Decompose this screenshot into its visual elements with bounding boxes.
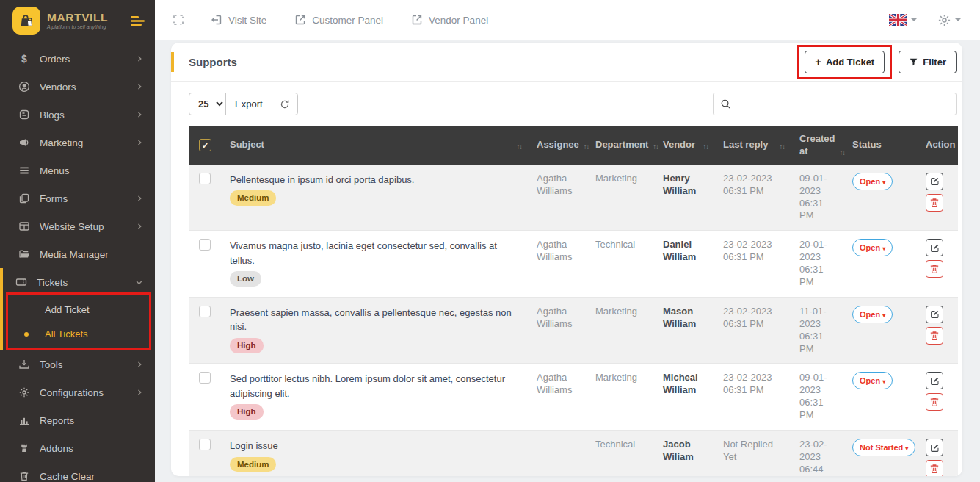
chevron-right-icon (136, 361, 143, 368)
select-all-checkbox[interactable]: ✓ (199, 139, 211, 151)
caret-down-icon: ▾ (882, 378, 885, 385)
column-header-vendor[interactable]: Vendor↑↓ (656, 126, 716, 165)
column-label: Vendor (663, 139, 695, 151)
bar-chart-icon (18, 414, 30, 426)
status-dropdown-button[interactable]: Open▾ (852, 372, 893, 389)
sidebar-subitem-all-tickets[interactable]: All Tickets (3, 322, 155, 346)
sidebar-item-media-manager[interactable]: Media Manager (3, 240, 155, 268)
sidebar-item-tools[interactable]: Tools (3, 350, 155, 378)
table-wrap: ✓Subject↑↓Assignee↑↓Department↑↓Vendor↑↓… (171, 126, 962, 476)
fullscreen-icon[interactable] (173, 14, 184, 26)
export-button[interactable]: Export (225, 93, 272, 115)
column-header-assignee[interactable]: Assignee↑↓ (529, 126, 588, 165)
topbar-link-customer-panel[interactable]: Customer Panel (294, 14, 383, 26)
sidebar-item-menus[interactable]: Menus (3, 157, 155, 184)
row-checkbox[interactable] (199, 173, 211, 184)
chevron-right-icon (136, 83, 143, 90)
sidebar-item-vendors[interactable]: Vendors (3, 73, 155, 101)
sort-icon[interactable]: ↑↓ (775, 143, 785, 151)
sidebar-item-orders[interactable]: $Orders (3, 45, 155, 73)
sidebar-item-label: Tickets (37, 277, 68, 288)
ticket-last-reply: 23-02-2023 06:31 PM (716, 231, 792, 298)
row-checkbox[interactable] (199, 439, 211, 450)
sidebar-item-configurations[interactable]: Configurations (3, 378, 155, 406)
sidebar-item-marketing[interactable]: Marketing (3, 129, 155, 157)
edit-ticket-button[interactable] (926, 306, 943, 323)
delete-ticket-button[interactable] (926, 460, 943, 476)
status-dropdown-button[interactable]: Open▾ (852, 306, 893, 323)
sidebar-subitem-add-ticket[interactable]: Add Ticket (3, 298, 155, 322)
sidebar-item-blogs[interactable]: Blogs (3, 101, 155, 129)
ticket-subject[interactable]: Sed porttitor lectus nibh. Lorem ipsum d… (230, 372, 522, 400)
supports-card: Supports + Add Ticket Filte (171, 43, 962, 476)
sidebar-item-tickets[interactable]: Tickets (3, 268, 155, 296)
sidebar-item-addons[interactable]: Addons (3, 434, 155, 462)
column-header-created-at[interactable]: Created at↑↓ (792, 126, 845, 165)
delete-ticket-button[interactable] (926, 393, 943, 411)
delete-ticket-button[interactable] (926, 260, 943, 278)
ticket-row: Praesent sapien massa, convallis a pelle… (189, 297, 958, 364)
page-size-select[interactable]: 25 (189, 93, 226, 115)
filter-button[interactable]: Filter (899, 51, 957, 73)
ticket-subject[interactable]: Login issue (230, 439, 522, 453)
sidebar-item-label: Menus (40, 165, 70, 176)
topbar: Visit SiteCustomer PanelVendor Panel (155, 0, 980, 40)
ticket-assignee: Agatha Williams (529, 165, 588, 231)
settings-menu[interactable] (937, 13, 961, 27)
row-checkbox[interactable] (199, 239, 211, 251)
sort-icon[interactable]: ↑↓ (648, 143, 658, 151)
status-dropdown-button[interactable]: Open▾ (852, 239, 893, 256)
column-label: Subject (230, 139, 264, 151)
topbar-link-label: Customer Panel (312, 15, 383, 26)
topbar-link-label: Vendor Panel (429, 15, 488, 26)
gear-icon (18, 386, 30, 398)
ticket-department: Marketing (588, 364, 656, 431)
brand: MARTVILL A platform to sell anything (0, 0, 155, 42)
blog-icon (18, 109, 30, 120)
priority-badge: Low (230, 271, 261, 287)
ticket-subject[interactable]: Praesent sapien massa, convallis a pelle… (230, 306, 522, 334)
ticket-subject[interactable]: Vivamus magna justo, lacinia eget consec… (230, 239, 522, 267)
chevron-right-icon (136, 195, 143, 202)
row-checkbox[interactable] (199, 372, 211, 384)
edit-ticket-button[interactable] (926, 173, 943, 190)
delete-ticket-button[interactable] (926, 194, 943, 212)
ticket-assignee (529, 431, 588, 476)
brand-logo-icon[interactable] (12, 7, 40, 35)
status-dropdown-button[interactable]: Not Started▾ (852, 439, 915, 456)
column-header-last-reply[interactable]: Last reply↑↓ (716, 126, 792, 165)
edit-ticket-button[interactable] (926, 239, 943, 256)
sort-icon[interactable]: ↑↓ (835, 148, 845, 157)
topbar-link-visit-site[interactable]: Visit Site (211, 14, 266, 26)
column-header-subject[interactable]: Subject↑↓ (222, 126, 529, 165)
sidebar-item-cache-clear[interactable]: Cache Clear (3, 462, 155, 482)
refresh-button[interactable] (272, 93, 298, 115)
add-ticket-label: Add Ticket (826, 57, 874, 68)
add-ticket-button[interactable]: + Add Ticket (805, 51, 885, 73)
sidebar-item-reports[interactable]: Reports (3, 406, 155, 434)
priority-badge: Medium (230, 457, 276, 472)
edit-ticket-button[interactable] (926, 372, 943, 389)
ticket-assignee: Agatha Williams (529, 297, 588, 364)
delete-ticket-button[interactable] (926, 327, 943, 345)
topbar-link-vendor-panel[interactable]: Vendor Panel (411, 14, 488, 26)
sort-icon[interactable]: ↑↓ (699, 143, 709, 151)
column-header-department[interactable]: Department↑↓ (588, 126, 656, 165)
sort-icon[interactable]: ↑↓ (579, 143, 589, 151)
status-dropdown-button[interactable]: Open▾ (852, 173, 893, 190)
sidebar-item-forms[interactable]: Forms (3, 184, 155, 212)
forms-icon (18, 193, 30, 204)
trash-icon (18, 470, 30, 482)
sidebar-toggle-icon[interactable] (131, 15, 145, 26)
sort-icon[interactable]: ↑↓ (512, 143, 523, 151)
tickets-submenu: Add TicketAll Tickets (3, 296, 155, 350)
language-selector[interactable] (889, 14, 917, 26)
active-dot-icon (24, 332, 29, 337)
edit-ticket-button[interactable] (926, 439, 943, 456)
menu-bars-icon (18, 165, 30, 176)
search-input[interactable] (736, 98, 949, 109)
row-checkbox[interactable] (199, 306, 211, 317)
ticket-subject[interactable]: Pellentesque in ipsum id orci porta dapi… (230, 173, 522, 187)
sidebar: MARTVILL A platform to sell anything $Or… (0, 0, 155, 482)
sidebar-item-website-setup[interactable]: Website Setup (3, 212, 155, 240)
